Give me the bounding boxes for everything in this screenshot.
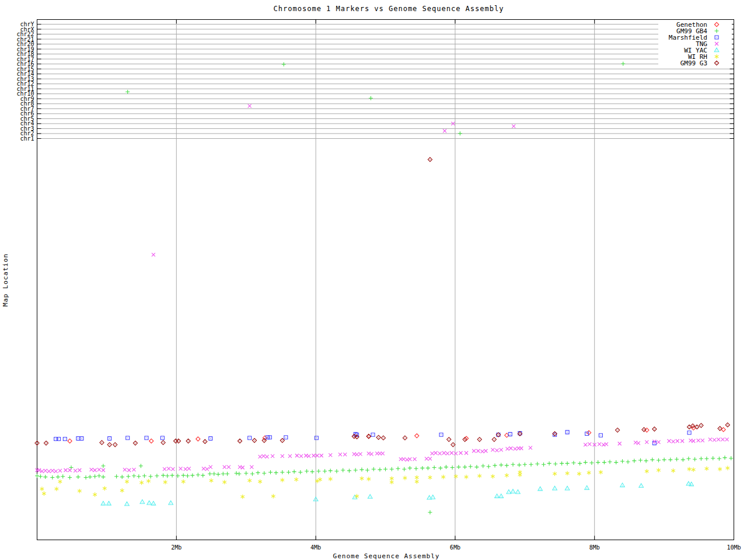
data-point bbox=[223, 466, 226, 469]
data-point bbox=[274, 471, 278, 475]
scatter-plot-chart: chrYchrXchr22chr21chr20chr19chr18chr17ch… bbox=[0, 0, 747, 560]
data-point bbox=[212, 472, 216, 476]
data-point bbox=[93, 468, 97, 472]
data-point bbox=[458, 131, 462, 135]
data-point bbox=[571, 461, 575, 465]
data-point bbox=[428, 475, 432, 480]
data-point bbox=[491, 448, 494, 452]
data-point bbox=[88, 475, 92, 479]
data-point bbox=[181, 473, 186, 477]
chart-title: Chromosome 1 Markers vs Genome Sequence … bbox=[274, 5, 504, 13]
data-point bbox=[578, 461, 582, 466]
data-point bbox=[428, 158, 432, 162]
data-point bbox=[163, 480, 167, 485]
data-point bbox=[329, 453, 332, 457]
data-point bbox=[292, 470, 296, 474]
data-point bbox=[390, 467, 394, 471]
data-point bbox=[650, 458, 654, 462]
series-wi-rh bbox=[40, 466, 730, 499]
data-point bbox=[403, 436, 407, 440]
data-point bbox=[599, 433, 602, 437]
x-tick-label-8Mb: 8Mb bbox=[589, 544, 600, 551]
data-point bbox=[44, 441, 48, 445]
data-point bbox=[495, 449, 499, 452]
data-point bbox=[320, 454, 323, 457]
data-point bbox=[139, 481, 144, 485]
data-point bbox=[235, 471, 239, 475]
data-point bbox=[76, 475, 80, 479]
data-point bbox=[718, 467, 722, 471]
data-point bbox=[538, 487, 543, 491]
data-point bbox=[500, 448, 503, 452]
data-point bbox=[713, 438, 716, 442]
data-point bbox=[68, 475, 72, 480]
data-point bbox=[315, 436, 318, 440]
data-point bbox=[114, 474, 118, 478]
data-point bbox=[465, 452, 468, 455]
data-point bbox=[451, 443, 455, 447]
data-point bbox=[454, 452, 458, 455]
data-point bbox=[147, 501, 152, 505]
data-point bbox=[338, 453, 342, 456]
data-point bbox=[708, 438, 712, 441]
data-point bbox=[281, 454, 284, 458]
data-point bbox=[481, 464, 485, 468]
data-point bbox=[434, 452, 438, 455]
data-point bbox=[692, 467, 696, 472]
data-point bbox=[699, 424, 703, 428]
data-point bbox=[58, 469, 62, 473]
data-point bbox=[139, 464, 143, 468]
data-point bbox=[126, 436, 130, 440]
data-point bbox=[495, 494, 500, 498]
data-point bbox=[281, 478, 285, 482]
data-point bbox=[493, 463, 497, 467]
data-point bbox=[284, 436, 288, 439]
data-point bbox=[512, 124, 515, 128]
data-point bbox=[403, 476, 407, 481]
data-point bbox=[602, 460, 606, 464]
data-point bbox=[58, 480, 62, 484]
data-point bbox=[101, 464, 105, 468]
data-point bbox=[76, 437, 80, 440]
data-point bbox=[343, 453, 347, 456]
data-point bbox=[90, 468, 93, 471]
data-point bbox=[329, 468, 333, 473]
data-point bbox=[381, 436, 385, 440]
data-point bbox=[547, 461, 551, 466]
data-point bbox=[366, 434, 371, 438]
data-point bbox=[584, 460, 588, 464]
data-point bbox=[78, 468, 81, 472]
data-point bbox=[514, 447, 517, 450]
data-point bbox=[553, 486, 557, 490]
data-point bbox=[726, 466, 730, 471]
data-point bbox=[439, 433, 443, 436]
data-point bbox=[369, 96, 373, 100]
data-point bbox=[699, 457, 703, 461]
x-axis-label: Genome Sequence Assembly bbox=[333, 552, 440, 560]
data-point bbox=[113, 443, 117, 447]
data-point bbox=[428, 457, 432, 460]
data-point bbox=[190, 473, 194, 477]
x-tick-label-10Mb: 10Mb bbox=[727, 544, 741, 551]
data-points bbox=[35, 62, 733, 514]
data-point bbox=[163, 467, 166, 471]
data-point bbox=[132, 468, 136, 471]
data-point bbox=[248, 104, 252, 108]
data-point bbox=[68, 468, 72, 472]
data-point bbox=[372, 467, 376, 471]
data-point bbox=[125, 90, 130, 94]
data-point bbox=[587, 471, 591, 475]
x-tick-label-6Mb: 6Mb bbox=[450, 544, 460, 551]
data-point bbox=[37, 468, 41, 472]
data-point bbox=[171, 467, 174, 471]
data-point bbox=[165, 474, 169, 478]
y-axis-label: Map Location bbox=[2, 253, 9, 306]
data-point bbox=[413, 457, 417, 461]
data-point bbox=[196, 473, 200, 477]
data-point bbox=[268, 436, 271, 439]
data-point bbox=[155, 474, 159, 478]
data-point bbox=[103, 486, 107, 491]
data-point bbox=[123, 468, 127, 471]
data-point bbox=[196, 437, 200, 441]
data-point bbox=[721, 438, 724, 441]
